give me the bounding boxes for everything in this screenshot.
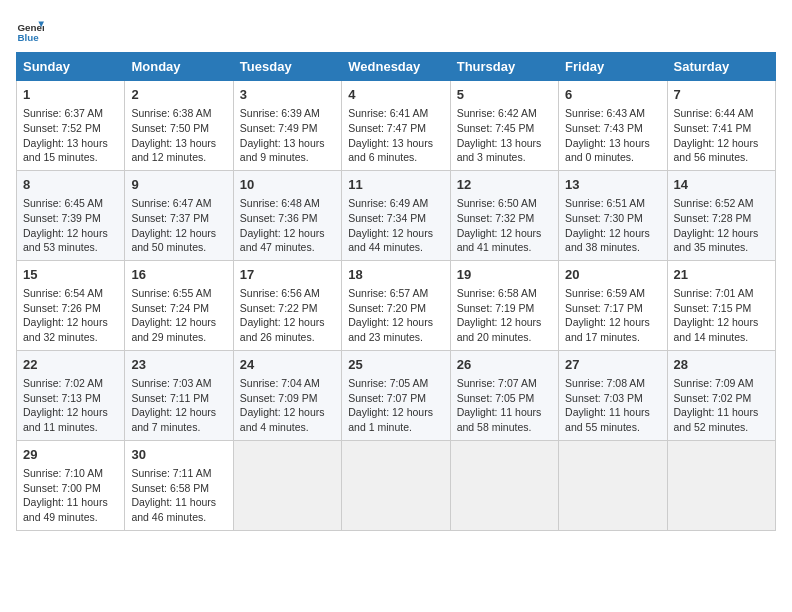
cell-line: Sunrise: 7:07 AM — [457, 376, 552, 391]
day-number: 1 — [23, 86, 118, 104]
cell-line: Sunset: 7:26 PM — [23, 301, 118, 316]
cell-line: Daylight: 13 hours — [457, 136, 552, 151]
calendar-cell: 24Sunrise: 7:04 AMSunset: 7:09 PMDayligh… — [233, 350, 341, 440]
cell-line: and 50 minutes. — [131, 240, 226, 255]
cell-line: and 53 minutes. — [23, 240, 118, 255]
cell-line: Sunset: 7:50 PM — [131, 121, 226, 136]
logo-icon: General Blue — [16, 16, 44, 44]
cell-line: Sunrise: 6:57 AM — [348, 286, 443, 301]
day-header-saturday: Saturday — [667, 53, 775, 81]
cell-line: Sunset: 7:00 PM — [23, 481, 118, 496]
cell-line: Sunrise: 7:04 AM — [240, 376, 335, 391]
cell-line: Sunset: 7:39 PM — [23, 211, 118, 226]
day-number: 9 — [131, 176, 226, 194]
day-number: 19 — [457, 266, 552, 284]
day-number: 16 — [131, 266, 226, 284]
cell-line: Sunset: 7:52 PM — [23, 121, 118, 136]
cell-line: Daylight: 13 hours — [240, 136, 335, 151]
cell-line: Sunrise: 6:49 AM — [348, 196, 443, 211]
day-header-monday: Monday — [125, 53, 233, 81]
calendar-table: SundayMondayTuesdayWednesdayThursdayFrid… — [16, 52, 776, 531]
cell-line: Sunrise: 6:41 AM — [348, 106, 443, 121]
day-number: 14 — [674, 176, 769, 194]
day-number: 28 — [674, 356, 769, 374]
cell-line: Sunset: 7:47 PM — [348, 121, 443, 136]
cell-line: and 49 minutes. — [23, 510, 118, 525]
day-number: 12 — [457, 176, 552, 194]
calendar-cell: 11Sunrise: 6:49 AMSunset: 7:34 PMDayligh… — [342, 170, 450, 260]
calendar-cell: 26Sunrise: 7:07 AMSunset: 7:05 PMDayligh… — [450, 350, 558, 440]
calendar-cell — [450, 440, 558, 530]
calendar-cell: 14Sunrise: 6:52 AMSunset: 7:28 PMDayligh… — [667, 170, 775, 260]
cell-line: Daylight: 12 hours — [565, 226, 660, 241]
cell-line: and 3 minutes. — [457, 150, 552, 165]
cell-line: Daylight: 12 hours — [23, 405, 118, 420]
cell-line: Sunset: 7:28 PM — [674, 211, 769, 226]
calendar-cell: 13Sunrise: 6:51 AMSunset: 7:30 PMDayligh… — [559, 170, 667, 260]
cell-line: Daylight: 12 hours — [565, 315, 660, 330]
day-header-wednesday: Wednesday — [342, 53, 450, 81]
day-number: 17 — [240, 266, 335, 284]
cell-line: Daylight: 12 hours — [240, 226, 335, 241]
calendar-cell: 5Sunrise: 6:42 AMSunset: 7:45 PMDaylight… — [450, 81, 558, 171]
cell-line: and 17 minutes. — [565, 330, 660, 345]
cell-line: and 20 minutes. — [457, 330, 552, 345]
cell-line: and 6 minutes. — [348, 150, 443, 165]
day-number: 30 — [131, 446, 226, 464]
day-header-thursday: Thursday — [450, 53, 558, 81]
calendar-cell: 22Sunrise: 7:02 AMSunset: 7:13 PMDayligh… — [17, 350, 125, 440]
calendar-cell: 25Sunrise: 7:05 AMSunset: 7:07 PMDayligh… — [342, 350, 450, 440]
cell-line: Daylight: 12 hours — [674, 315, 769, 330]
calendar-cell: 28Sunrise: 7:09 AMSunset: 7:02 PMDayligh… — [667, 350, 775, 440]
calendar-cell: 2Sunrise: 6:38 AMSunset: 7:50 PMDaylight… — [125, 81, 233, 171]
cell-line: Sunset: 7:17 PM — [565, 301, 660, 316]
calendar-cell: 30Sunrise: 7:11 AMSunset: 6:58 PMDayligh… — [125, 440, 233, 530]
cell-line: Sunrise: 7:03 AM — [131, 376, 226, 391]
cell-line: Sunrise: 6:56 AM — [240, 286, 335, 301]
day-header-tuesday: Tuesday — [233, 53, 341, 81]
cell-line: Sunrise: 6:47 AM — [131, 196, 226, 211]
cell-line: Daylight: 12 hours — [348, 315, 443, 330]
cell-line: and 26 minutes. — [240, 330, 335, 345]
logo: General Blue — [16, 16, 48, 44]
day-number: 11 — [348, 176, 443, 194]
calendar-cell: 19Sunrise: 6:58 AMSunset: 7:19 PMDayligh… — [450, 260, 558, 350]
calendar-cell — [559, 440, 667, 530]
cell-line: Sunset: 7:45 PM — [457, 121, 552, 136]
cell-line: Daylight: 12 hours — [674, 136, 769, 151]
cell-line: and 7 minutes. — [131, 420, 226, 435]
day-number: 4 — [348, 86, 443, 104]
cell-line: Daylight: 12 hours — [131, 405, 226, 420]
cell-line: Sunset: 7:34 PM — [348, 211, 443, 226]
cell-line: Sunrise: 7:02 AM — [23, 376, 118, 391]
cell-line: Sunset: 7:24 PM — [131, 301, 226, 316]
day-number: 21 — [674, 266, 769, 284]
cell-line: Sunrise: 6:37 AM — [23, 106, 118, 121]
calendar-cell — [667, 440, 775, 530]
cell-line: Sunrise: 6:44 AM — [674, 106, 769, 121]
calendar-cell: 1Sunrise: 6:37 AMSunset: 7:52 PMDaylight… — [17, 81, 125, 171]
calendar-cell — [342, 440, 450, 530]
cell-line: Daylight: 11 hours — [131, 495, 226, 510]
calendar-cell: 15Sunrise: 6:54 AMSunset: 7:26 PMDayligh… — [17, 260, 125, 350]
day-number: 25 — [348, 356, 443, 374]
cell-line: and 55 minutes. — [565, 420, 660, 435]
cell-line: Sunrise: 7:05 AM — [348, 376, 443, 391]
cell-line: Daylight: 11 hours — [674, 405, 769, 420]
day-number: 10 — [240, 176, 335, 194]
cell-line: and 29 minutes. — [131, 330, 226, 345]
cell-line: and 46 minutes. — [131, 510, 226, 525]
calendar-cell — [233, 440, 341, 530]
cell-line: Sunrise: 6:55 AM — [131, 286, 226, 301]
cell-line: Sunrise: 6:43 AM — [565, 106, 660, 121]
calendar-cell: 8Sunrise: 6:45 AMSunset: 7:39 PMDaylight… — [17, 170, 125, 260]
day-header-sunday: Sunday — [17, 53, 125, 81]
cell-line: and 32 minutes. — [23, 330, 118, 345]
cell-line: Sunset: 7:32 PM — [457, 211, 552, 226]
cell-line: Daylight: 13 hours — [565, 136, 660, 151]
calendar-cell: 16Sunrise: 6:55 AMSunset: 7:24 PMDayligh… — [125, 260, 233, 350]
cell-line: and 47 minutes. — [240, 240, 335, 255]
cell-line: Sunset: 7:37 PM — [131, 211, 226, 226]
calendar-cell: 18Sunrise: 6:57 AMSunset: 7:20 PMDayligh… — [342, 260, 450, 350]
cell-line: Sunset: 7:36 PM — [240, 211, 335, 226]
